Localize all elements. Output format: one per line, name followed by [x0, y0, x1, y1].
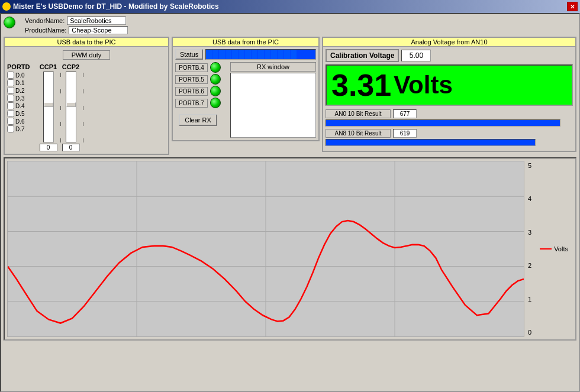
- chart-wrapper: 5 4 3 2 1 0 Volts: [7, 161, 573, 337]
- an8-data-row: AN8 10 Bit Result 619: [326, 129, 573, 138]
- list-item: D.6: [7, 118, 30, 125]
- ccp2-thumb[interactable]: [66, 102, 76, 107]
- title-bar: Mister E's USBDemo for DT_HID - Modified…: [0, 0, 580, 13]
- rx-window-container: RX window: [230, 62, 316, 138]
- portb4-label: PORTB.4: [175, 63, 208, 72]
- portb-rows: PORTB.4 PORTB.5 PORTB.6 PORTB.7: [175, 62, 221, 138]
- rx-window[interactable]: [230, 73, 316, 138]
- usb-from-pic-header: USB data from the PIC: [173, 38, 318, 47]
- an0-data-row: AN0 10 Bit Result 677: [326, 109, 573, 118]
- an0-row: AN0 10 Bit Result 677: [326, 109, 573, 127]
- portb6-label: PORTB.6: [175, 87, 208, 96]
- voltage-number: 3.31: [331, 70, 391, 101]
- d2-checkbox[interactable]: [7, 87, 14, 94]
- portb5-label: PORTB.5: [175, 75, 208, 84]
- calibration-row: Calibration Voltage 5.00: [326, 49, 573, 62]
- rx-window-label: RX window: [230, 62, 316, 72]
- legend-label: Volts: [554, 245, 568, 252]
- vendor-name-row: VendorName: ScaleRobotics: [25, 17, 128, 25]
- d7-checkbox[interactable]: [7, 125, 14, 132]
- slider-group: CCP1 | | | | |: [40, 63, 80, 151]
- ccp2-slider-container: CCP2 | | | | |: [62, 63, 80, 151]
- top-section: VendorName: ScaleRobotics ProductName: C…: [4, 17, 576, 34]
- ccp1-thumb[interactable]: [44, 102, 53, 107]
- legend-line: [540, 248, 552, 250]
- pwm-label: PWM duty: [63, 50, 110, 60]
- an8-progress-bar: [326, 139, 536, 146]
- list-item: D.0: [7, 72, 30, 79]
- product-name-row: ProductName: Cheap-Scope: [25, 26, 128, 34]
- y-axis-label-2: 2: [528, 262, 531, 269]
- portb-rx-section: PORTB.4 PORTB.5 PORTB.6 PORTB.7: [175, 62, 316, 138]
- status-progress-bar: [205, 49, 316, 60]
- portb7-led: [210, 98, 221, 108]
- usb-from-pic-content: Status PORTB.4 PORTB.5: [173, 47, 318, 140]
- ccp2-label: CCP2: [62, 63, 79, 70]
- d1-checkbox[interactable]: [7, 79, 14, 86]
- portb7-label: PORTB.7: [175, 99, 208, 108]
- ccp2-track: | | | | |: [66, 72, 76, 142]
- chart-panel: 5 4 3 2 1 0 Volts: [4, 157, 576, 341]
- analog-voltage-panel: Analog Voltage from AN10 Calibration Vol…: [322, 37, 576, 152]
- list-item: D.7: [7, 125, 30, 132]
- analog-voltage-content: Calibration Voltage 5.00 3.31 Volts AN0 …: [323, 47, 575, 151]
- d0-checkbox[interactable]: [7, 72, 14, 79]
- chart-area: [7, 161, 524, 337]
- clear-rx-button[interactable]: Clear RX: [179, 114, 217, 126]
- usb-to-pic-panel: USB data to the PIC PWM duty PORTD D.0 D…: [4, 37, 169, 155]
- voltage-display: 3.31 Volts: [326, 64, 573, 106]
- legend-item: Volts: [540, 245, 568, 252]
- list-item: PORTB.6: [175, 86, 221, 96]
- app-icon: [2, 2, 11, 11]
- an8-value: 619: [393, 129, 417, 138]
- an0-value: 677: [393, 109, 417, 118]
- y-axis-label-5: 5: [528, 162, 531, 169]
- voltage-unit: Volts: [394, 73, 453, 98]
- usb-to-pic-content: PWM duty PORTD D.0 D.1 D.2 D.3 D.4 D.5 D…: [5, 47, 168, 154]
- d3-checkbox[interactable]: [7, 95, 14, 102]
- d6-checkbox[interactable]: [7, 118, 14, 125]
- d5-checkbox[interactable]: [7, 110, 14, 117]
- calibration-label: Calibration Voltage: [326, 49, 399, 62]
- y-axis-label-0: 0: [528, 329, 531, 336]
- vendor-info: VendorName: ScaleRobotics ProductName: C…: [25, 17, 128, 34]
- list-item: D.4: [7, 102, 30, 109]
- an8-row: AN8 10 Bit Result 619: [326, 129, 573, 146]
- list-item: D.2: [7, 87, 30, 94]
- title-bar-text: Mister E's USBDemo for DT_HID - Modified…: [13, 2, 219, 11]
- product-name-label: ProductName:: [25, 27, 66, 34]
- portb4-led: [210, 62, 221, 73]
- status-row: Status: [175, 49, 316, 60]
- ccp1-slider-container: CCP1 | | | | |: [40, 63, 57, 151]
- chart-svg: [8, 161, 524, 336]
- portd-section: PORTD D.0 D.1 D.2 D.3 D.4 D.5 D.6 D.7: [7, 63, 166, 151]
- y-axis-label-3: 3: [528, 229, 531, 236]
- ccp1-value: 0: [40, 144, 57, 151]
- portd-label: PORTD: [7, 63, 30, 70]
- d4-checkbox[interactable]: [7, 102, 14, 109]
- list-item: PORTB.7: [175, 98, 221, 108]
- y-axis: 5 4 3 2 1 0: [524, 161, 535, 337]
- main-window: VendorName: ScaleRobotics ProductName: C…: [0, 13, 580, 392]
- vendor-name-value: ScaleRobotics: [67, 17, 126, 25]
- list-item: PORTB.5: [175, 74, 221, 85]
- vendor-name-label: VendorName:: [25, 17, 65, 24]
- portd-checkboxes: D.0 D.1 D.2 D.3 D.4 D.5 D.6 D.7: [7, 72, 30, 132]
- connection-led: [4, 17, 15, 28]
- portb5-led: [210, 74, 221, 85]
- an8-label: AN8 10 Bit Result: [326, 129, 391, 138]
- close-button[interactable]: ✕: [567, 2, 578, 11]
- progress-fill: [206, 50, 315, 59]
- an0-label: AN0 10 Bit Result: [326, 109, 391, 118]
- list-item: D.3: [7, 95, 30, 102]
- list-item: D.5: [7, 110, 30, 117]
- analog-voltage-header: Analog Voltage from AN10: [323, 38, 575, 47]
- portb6-led: [210, 86, 221, 96]
- list-item: PORTB.4: [175, 62, 221, 73]
- ccp1-track: | | | | |: [43, 72, 54, 142]
- portd-group: PORTD D.0 D.1 D.2 D.3 D.4 D.5 D.6 D.7: [7, 63, 30, 132]
- chart-legend: Volts: [535, 161, 573, 337]
- status-button[interactable]: Status: [175, 49, 203, 60]
- ccp1-label: CCP1: [40, 63, 57, 70]
- product-name-value: Cheap-Scope: [69, 26, 128, 34]
